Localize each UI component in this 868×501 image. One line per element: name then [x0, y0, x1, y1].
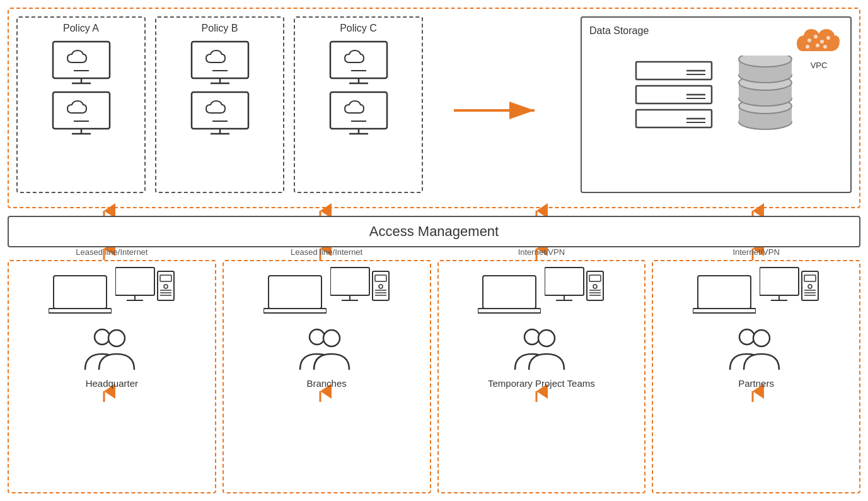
- desktop-icon-tpt: [545, 266, 605, 317]
- vpc-cloud-icon: [794, 23, 844, 61]
- monitor-icon-4: [188, 91, 252, 141]
- monitor-icon-3: [188, 40, 252, 91]
- svg-rect-78: [269, 276, 321, 309]
- svg-point-104: [524, 329, 540, 345]
- hq-label: Headquarter: [86, 378, 138, 389]
- svg-rect-65: [49, 309, 112, 313]
- svg-point-43: [816, 44, 819, 47]
- svg-point-91: [323, 330, 340, 346]
- server-rack-icon: [633, 56, 715, 138]
- svg-rect-107: [693, 309, 756, 313]
- svg-point-45: [806, 45, 809, 49]
- users-svg-branches: [295, 326, 358, 373]
- svg-point-41: [820, 40, 824, 44]
- main-diagram: Policy A Policy B: [0, 0, 868, 501]
- laptop-icon-hq: [49, 273, 112, 317]
- svg-point-77: [108, 330, 125, 346]
- tpt-group: Internet/VPN: [437, 260, 646, 493]
- partners-label: Partners: [738, 378, 774, 389]
- svg-rect-95: [545, 268, 584, 295]
- svg-rect-79: [263, 309, 327, 313]
- branches-connection-label: Leased line/Internet: [291, 247, 362, 257]
- tpt-label: Temporary Project Teams: [488, 378, 595, 389]
- access-management-label: Access Management: [369, 223, 499, 240]
- svg-point-76: [95, 329, 110, 345]
- svg-rect-93: [478, 309, 541, 313]
- policy-a-label: Policy A: [63, 23, 99, 34]
- users-svg-partners: [725, 326, 788, 373]
- database-stack-icon: [731, 56, 800, 138]
- policy-b-box: Policy B: [155, 16, 284, 193]
- hq-users-icon: [80, 326, 143, 375]
- users-svg-hq: [80, 326, 143, 373]
- policy-b-label: Policy B: [202, 23, 238, 34]
- svg-rect-67: [115, 268, 154, 295]
- top-section: Policy A Policy B: [8, 8, 860, 208]
- data-storage-box: Data Storage VPC: [581, 16, 852, 193]
- svg-point-40: [814, 35, 818, 38]
- monitor-icon-5: [327, 40, 390, 91]
- desktop-icon-branches: [330, 266, 390, 317]
- partners-connection-label: Internet/VPN: [732, 247, 779, 257]
- branches-group: Leased line/Internet: [223, 260, 431, 493]
- svg-point-105: [538, 330, 555, 346]
- desktop-icon-hq: [115, 266, 175, 317]
- laptop-icon-branches: [263, 273, 327, 317]
- hq-connection-label: Leased line/Internet: [76, 247, 148, 257]
- partners-devices: [693, 266, 819, 317]
- desktop-icon-partners: [760, 266, 819, 317]
- tpt-devices: [478, 266, 605, 317]
- svg-point-39: [807, 38, 811, 42]
- svg-rect-106: [698, 276, 751, 309]
- policy-c-label: Policy C: [340, 23, 377, 34]
- svg-rect-92: [483, 276, 536, 309]
- branches-label: Branches: [306, 378, 346, 389]
- svg-point-63: [739, 56, 792, 67]
- policy-a-box: Policy A: [16, 16, 146, 193]
- svg-rect-15: [53, 42, 110, 78]
- policy-c-box: Policy C: [294, 16, 423, 193]
- svg-point-44: [823, 45, 827, 49]
- tpt-connection-label: Internet/VPN: [518, 247, 565, 257]
- access-management-bar: Access Management: [8, 216, 860, 247]
- vpc-label: VPC: [811, 61, 828, 70]
- svg-rect-23: [192, 42, 248, 78]
- bottom-groups-container: Leased line/Internet: [8, 260, 860, 493]
- laptop-icon-partners: [693, 273, 756, 317]
- branches-devices: [263, 266, 390, 317]
- vpc-container: VPC: [794, 23, 844, 70]
- svg-rect-109: [760, 268, 799, 295]
- partners-group: Internet/VPN: [652, 260, 860, 493]
- svg-rect-35: [330, 92, 387, 129]
- tpt-users-icon: [510, 326, 573, 375]
- hq-devices: [49, 266, 175, 317]
- svg-point-90: [310, 329, 325, 345]
- partners-users-icon: [725, 326, 788, 375]
- svg-point-118: [739, 329, 755, 345]
- laptop-icon-tpt: [478, 273, 541, 317]
- svg-rect-81: [330, 268, 369, 295]
- headquarter-group: Leased line/Internet: [8, 260, 216, 493]
- monitor-icon-2: [50, 91, 113, 141]
- users-svg-tpt: [510, 326, 573, 373]
- svg-rect-19: [53, 92, 110, 129]
- svg-point-42: [826, 36, 830, 40]
- monitor-icon-1: [50, 40, 113, 91]
- svg-rect-31: [330, 42, 387, 78]
- svg-rect-64: [54, 276, 107, 309]
- branches-users-icon: [295, 326, 358, 375]
- monitor-icon-6: [327, 91, 390, 141]
- svg-rect-27: [192, 92, 248, 129]
- svg-point-119: [753, 330, 770, 346]
